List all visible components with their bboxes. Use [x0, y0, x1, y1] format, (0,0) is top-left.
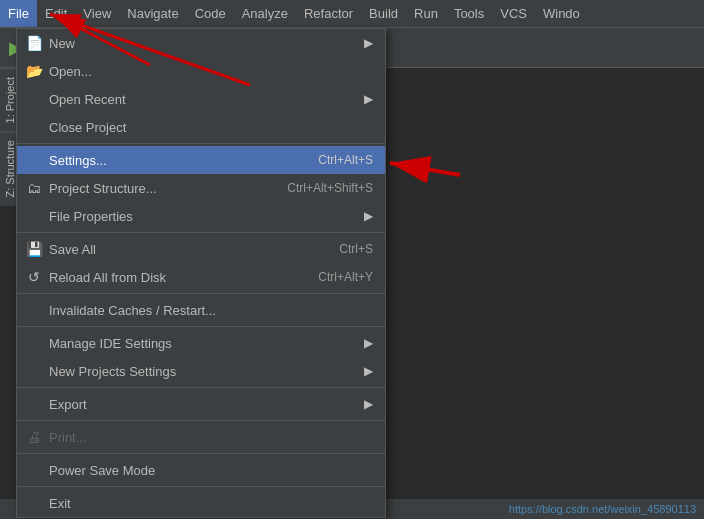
open-recent-arrow-icon: ▶	[364, 92, 373, 106]
separator-3	[17, 293, 385, 294]
menu-tools[interactable]: Tools	[446, 0, 492, 27]
new-projects-settings-arrow-icon: ▶	[364, 364, 373, 378]
menu-item-save-all-label: Save All	[49, 242, 96, 257]
menu-item-power-save-label: Power Save Mode	[49, 463, 155, 478]
menu-item-open-recent[interactable]: Open Recent ▶	[17, 85, 385, 113]
separator-4	[17, 326, 385, 327]
file-properties-arrow-icon: ▶	[364, 209, 373, 223]
menu-vcs[interactable]: VCS	[492, 0, 535, 27]
menu-window[interactable]: Windo	[535, 0, 588, 27]
menu-item-project-structure-label: Project Structure...	[49, 181, 157, 196]
menu-build[interactable]: Build	[361, 0, 406, 27]
separator-2	[17, 232, 385, 233]
menu-item-exit[interactable]: Exit	[17, 489, 385, 517]
new-arrow-icon: ▶	[364, 36, 373, 50]
reload-icon: ↺	[25, 268, 43, 286]
menu-item-reload[interactable]: ↺ Reload All from Disk Ctrl+Alt+Y	[17, 263, 385, 291]
menu-item-reload-label: Reload All from Disk	[49, 270, 166, 285]
menu-item-power-save[interactable]: Power Save Mode	[17, 456, 385, 484]
menu-view[interactable]: View	[75, 0, 119, 27]
reload-shortcut: Ctrl+Alt+Y	[318, 270, 373, 284]
menu-item-settings[interactable]: Settings... Ctrl+Alt+S	[17, 146, 385, 174]
menubar: File Edit View Navigate Code Analyze Ref…	[0, 0, 704, 28]
menu-item-new-projects-settings[interactable]: New Projects Settings ▶	[17, 357, 385, 385]
menu-refactor[interactable]: Refactor	[296, 0, 361, 27]
separator-6	[17, 420, 385, 421]
menu-item-manage-ide[interactable]: Manage IDE Settings ▶	[17, 329, 385, 357]
menu-item-open[interactable]: 📂 Open...	[17, 57, 385, 85]
menu-item-manage-ide-label: Manage IDE Settings	[49, 336, 172, 351]
menu-item-print-label: Print...	[49, 430, 87, 445]
save-all-shortcut: Ctrl+S	[339, 242, 373, 256]
separator-8	[17, 486, 385, 487]
separator-7	[17, 453, 385, 454]
menu-analyze[interactable]: Analyze	[234, 0, 296, 27]
menu-item-settings-label: Settings...	[49, 153, 107, 168]
menu-item-project-structure[interactable]: 🗂 Project Structure... Ctrl+Alt+Shift+S	[17, 174, 385, 202]
manage-ide-arrow-icon: ▶	[364, 336, 373, 350]
new-icon: 📄	[25, 34, 43, 52]
menu-item-export[interactable]: Export ▶	[17, 390, 385, 418]
menu-item-new-projects-settings-label: New Projects Settings	[49, 364, 176, 379]
export-arrow-icon: ▶	[364, 397, 373, 411]
project-structure-shortcut: Ctrl+Alt+Shift+S	[287, 181, 373, 195]
menu-file[interactable]: File	[0, 0, 37, 27]
menu-item-open-recent-label: Open Recent	[49, 92, 126, 107]
menu-item-close-project[interactable]: Close Project	[17, 113, 385, 141]
menu-item-close-project-label: Close Project	[49, 120, 126, 135]
file-dropdown-menu: 📄 New ▶ 📂 Open... Open Recent ▶ Close Pr…	[16, 28, 386, 518]
separator-1	[17, 143, 385, 144]
menu-code[interactable]: Code	[187, 0, 234, 27]
menu-navigate[interactable]: Navigate	[119, 0, 186, 27]
menu-edit[interactable]: Edit	[37, 0, 75, 27]
menu-item-file-properties-label: File Properties	[49, 209, 133, 224]
menu-item-invalidate-label: Invalidate Caches / Restart...	[49, 303, 216, 318]
project-structure-icon: 🗂	[25, 179, 43, 197]
save-icon: 💾	[25, 240, 43, 258]
menu-item-export-label: Export	[49, 397, 87, 412]
open-icon: 📂	[25, 62, 43, 80]
menu-item-file-properties[interactable]: File Properties ▶	[17, 202, 385, 230]
statusbar-url: https://blog.csdn.net/weixin_45890113	[509, 503, 696, 515]
menu-item-save-all[interactable]: 💾 Save All Ctrl+S	[17, 235, 385, 263]
settings-shortcut: Ctrl+Alt+S	[318, 153, 373, 167]
menu-item-open-label: Open...	[49, 64, 92, 79]
menu-item-invalidate[interactable]: Invalidate Caches / Restart...	[17, 296, 385, 324]
menu-item-print: 🖨 Print...	[17, 423, 385, 451]
menu-item-exit-label: Exit	[49, 496, 71, 511]
menu-run[interactable]: Run	[406, 0, 446, 27]
menu-item-new[interactable]: 📄 New ▶	[17, 29, 385, 57]
menu-item-new-label: New	[49, 36, 75, 51]
print-icon: 🖨	[25, 428, 43, 446]
separator-5	[17, 387, 385, 388]
